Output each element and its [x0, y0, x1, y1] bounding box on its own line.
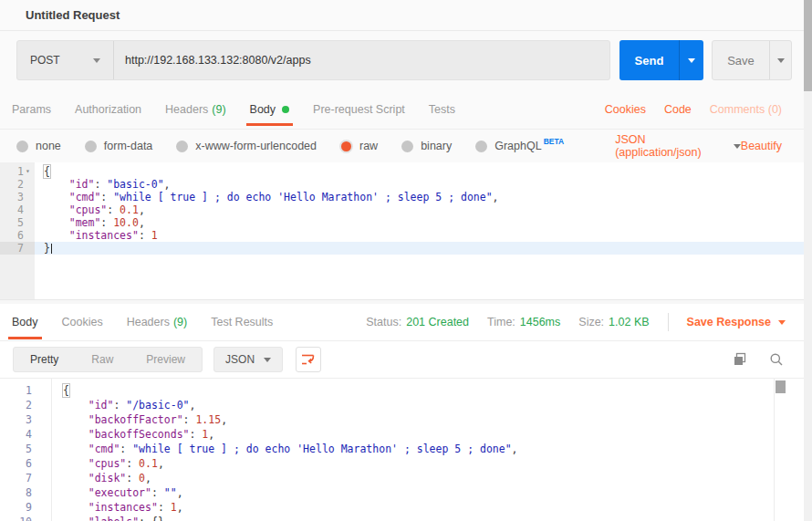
code-content[interactable]: { [35, 165, 804, 178]
request-tabs: ParamsAuthorizationHeaders(9)BodyPre-req… [0, 89, 467, 129]
send-button[interactable]: Send [619, 40, 703, 80]
line-number-text: 5 [26, 442, 32, 456]
window-scrollbar[interactable] [804, 0, 812, 521]
code-line[interactable]: 1▾{ [0, 165, 804, 178]
view-raw[interactable]: Raw [75, 353, 130, 366]
code-token: : [158, 501, 171, 514]
search-response-button[interactable] [769, 352, 784, 367]
code-line[interactable]: 5 "mem": 10.0, [0, 216, 804, 229]
code-line[interactable]: 6 "cpus": 0.1, [0, 456, 804, 471]
code-line[interactable]: 8 "executor": "", [0, 485, 804, 500]
response-tab-test-results[interactable]: Test Results [199, 304, 285, 340]
code-line[interactable]: 3 "cmd": "while [ true ] ; do echo 'Hell… [0, 191, 804, 203]
body-type-option-raw[interactable]: raw [340, 140, 378, 152]
code-content[interactable]: "cpus": 0.1, [35, 203, 804, 216]
code-line[interactable]: 10 "labels": {}, [0, 515, 804, 521]
code-line[interactable]: 7 "disk": 0, [0, 471, 804, 485]
line-number-text: 10 [19, 515, 32, 521]
code-content[interactable]: "instances": 1 [35, 229, 804, 242]
line-number: 9 [0, 500, 51, 515]
stat-value: 201 Created [406, 316, 469, 328]
code-content[interactable]: "executor": "", [51, 485, 804, 500]
response-body-editor[interactable]: 1{2 "id": "/basic-0",3 "backoffFactor": … [0, 379, 804, 521]
body-type-option-GraphQL[interactable]: GraphQLBETA [475, 140, 564, 152]
wrap-text-button[interactable] [296, 347, 321, 372]
line-number: 3 [0, 412, 51, 427]
code-content[interactable]: "backoffFactor": 1.15, [51, 412, 804, 427]
code-content[interactable]: "mem": 10.0, [35, 216, 804, 229]
fold-caret-icon[interactable]: ▾ [24, 165, 32, 178]
code-line[interactable]: 5 "cmd": "while [ true ] ; do echo 'Hell… [0, 442, 804, 456]
body-type-option-none[interactable]: none [16, 140, 61, 152]
tab-label: Body [12, 316, 38, 328]
code-line[interactable]: 6 "instances": 1 [0, 229, 804, 242]
response-tab-headers[interactable]: Headers(9) [115, 304, 200, 340]
code-content[interactable]: "id": "basic-0", [35, 178, 804, 191]
save-response-button[interactable]: Save Response [687, 316, 786, 328]
code-content[interactable]: "instances": 1, [51, 500, 804, 515]
tab-pre-request-script[interactable]: Pre-request Script [301, 89, 417, 129]
chevron-down-icon [777, 58, 785, 63]
send-options-button[interactable] [679, 40, 703, 80]
response-tab-cookies[interactable]: Cookies [50, 304, 115, 340]
code-line[interactable]: 7} [0, 242, 804, 255]
code-line[interactable]: 9 "instances": 1, [0, 500, 804, 515]
body-type-option-form-data[interactable]: form-data [85, 140, 153, 152]
content-type-dropdown[interactable]: JSON (application/json) [615, 133, 741, 159]
response-stat: Size:1.02 KB [578, 316, 649, 328]
code-content[interactable]: "cmd": "while [ true ] ; do echo 'Hello … [35, 191, 804, 203]
code-token: "labels" [88, 516, 139, 521]
code-line[interactable]: 3 "backoffFactor": 1.15, [0, 412, 804, 427]
view-pretty[interactable]: Pretty [14, 353, 75, 366]
code-token: : [126, 457, 139, 470]
chevron-down-icon [93, 58, 100, 63]
response-format-dropdown[interactable]: JSON [213, 347, 283, 372]
save-button-label[interactable]: Save [713, 41, 769, 79]
response-stat: Status:201 Created [366, 316, 469, 328]
code-token: , [208, 428, 214, 441]
request-body-editor[interactable]: 1▾{2 "id": "basic-0",3 "cmd": "while [ t… [0, 162, 804, 299]
line-number: 4 [0, 427, 51, 442]
url-input[interactable] [114, 41, 609, 79]
code-content[interactable]: "disk": 0, [51, 471, 804, 485]
link-code[interactable]: Code [664, 103, 692, 116]
code-content[interactable]: } [35, 242, 804, 255]
code-line[interactable]: 4 "cpus": 0.1, [0, 203, 804, 216]
code-content[interactable]: "backoffSeconds": 1, [51, 427, 804, 442]
chevron-down-icon [688, 58, 695, 63]
code-content[interactable]: "labels": {}, [51, 515, 804, 521]
link-comments-0-[interactable]: Comments (0) [710, 103, 782, 116]
beautify-button[interactable]: Beautify [741, 140, 782, 152]
line-number: 1▾ [0, 165, 35, 178]
method-select[interactable]: POST [17, 41, 114, 79]
view-preview[interactable]: Preview [130, 353, 202, 366]
code-content[interactable]: "id": "/basic-0", [51, 398, 804, 412]
response-editor-scrollbar[interactable] [774, 379, 786, 521]
body-type-option-x-www-form-urlencoded[interactable]: x-www-form-urlencoded [176, 140, 317, 152]
tab-tests[interactable]: Tests [417, 89, 467, 129]
code-content[interactable]: "cpus": 0.1, [51, 456, 804, 471]
tab-headers[interactable]: Headers(9) [153, 89, 238, 129]
code-line[interactable]: 1{ [0, 383, 804, 398]
code-content[interactable]: "cmd": "while [ true ] ; do echo 'Hello … [51, 442, 804, 456]
code-line[interactable]: 2 "id": "basic-0", [0, 178, 804, 191]
scrollbar-thumb[interactable] [804, 0, 812, 91]
code-line[interactable]: 2 "id": "/basic-0", [0, 398, 804, 412]
tab-authorization[interactable]: Authorization [63, 89, 153, 129]
tab-params[interactable]: Params [0, 89, 63, 129]
save-button[interactable]: Save [712, 40, 792, 80]
save-options-button[interactable] [769, 41, 791, 79]
line-number-text: 7 [17, 242, 24, 255]
link-cookies[interactable]: Cookies [605, 103, 646, 116]
tab-body[interactable]: Body [238, 89, 302, 129]
send-button-label[interactable]: Send [619, 40, 679, 80]
line-number: 2 [0, 398, 51, 412]
copy-response-button[interactable] [733, 352, 747, 367]
code-line[interactable]: 4 "backoffSeconds": 1, [0, 427, 804, 442]
scrollbar-thumb[interactable] [776, 380, 786, 393]
body-type-option-binary[interactable]: binary [401, 140, 452, 152]
chevron-down-icon [264, 358, 271, 362]
response-tab-body[interactable]: Body [0, 304, 50, 340]
code-content[interactable]: { [51, 383, 804, 398]
code-token: { [63, 384, 69, 397]
